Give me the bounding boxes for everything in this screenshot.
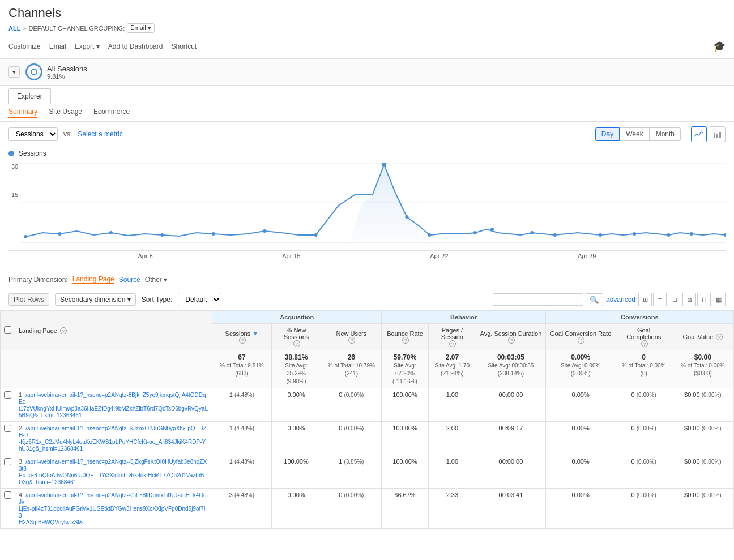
- th-goal-value[interactable]: Goal Value ?: [672, 324, 733, 350]
- svg-point-22: [633, 232, 636, 236]
- vm-grid-icon[interactable]: ⊞: [638, 293, 652, 306]
- add-dashboard-link[interactable]: Add to Dashboard: [108, 42, 163, 50]
- row1-num: 1.: [19, 391, 24, 398]
- row1-checkbox[interactable]: [4, 391, 11, 399]
- select-metric-link[interactable]: Select a metric: [78, 130, 122, 138]
- row4-page-link[interactable]: /april-webinar-email-1?_hsenc=p2ANqtz--G…: [19, 492, 208, 525]
- row3-page-link[interactable]: /april-webinar-email-1?_hsenc=p2ANqtz--5…: [19, 459, 207, 485]
- time-btn-day[interactable]: Day: [595, 127, 620, 141]
- total-goal-val: $0.00 % of Total: 0.00% ($0.00): [672, 350, 733, 388]
- row1-sessions: 1 (4.48%): [212, 388, 272, 422]
- search-button[interactable]: 🔍: [586, 293, 603, 306]
- row1-page-link[interactable]: /april-webinar-email-1?_hsenc=p2ANqtz-8B…: [19, 392, 208, 418]
- th-pct-new-sessions[interactable]: % New Sessions?: [271, 324, 321, 350]
- totals-row: 67 % of Total: 9.81% (683) 38.81% Site A…: [1, 350, 734, 388]
- row1-goal-conv: 0.00%: [545, 388, 616, 422]
- total-goal-comp: 0 % of Total: 0.00% (0): [616, 350, 672, 388]
- row4-pct-new: 0.00%: [271, 489, 321, 529]
- email-channel-badge[interactable]: Email: [127, 23, 155, 33]
- customize-link[interactable]: Customize: [8, 42, 41, 50]
- time-btn-month[interactable]: Month: [650, 127, 681, 141]
- search-input[interactable]: [493, 293, 583, 306]
- plot-rows-button[interactable]: Plot Rows: [8, 293, 49, 306]
- svg-point-15: [405, 215, 408, 219]
- chart-controls: Sessions vs. Select a metric Day Week Mo…: [0, 122, 734, 147]
- explorer-tab[interactable]: Explorer: [8, 88, 51, 104]
- vm-list-icon[interactable]: ≡: [653, 293, 667, 306]
- svg-point-10: [160, 233, 164, 237]
- row3-pct-new: 100.00%: [271, 455, 321, 489]
- row3-goal-comp: 0 (0.00%): [616, 455, 672, 489]
- row2-pct-new: 0.00%: [271, 422, 321, 455]
- chart-area: Sessions 30 15: [0, 147, 734, 271]
- breadcrumb-all[interactable]: ALL: [8, 25, 20, 32]
- svg-point-21: [599, 233, 602, 237]
- th-avg-duration[interactable]: Avg. Session Duration ?: [476, 324, 546, 350]
- advanced-link[interactable]: advanced: [606, 296, 635, 303]
- dim-landing-page[interactable]: Landing Page: [72, 275, 114, 284]
- svg-point-7: [24, 235, 27, 238]
- avg-duration-help[interactable]: ?: [508, 337, 515, 344]
- row2-goal-comp: 0 (0.00%): [616, 422, 672, 455]
- row2-checkbox[interactable]: [4, 425, 11, 432]
- bounce-rate-help[interactable]: ?: [402, 337, 409, 344]
- svg-point-25: [724, 233, 726, 237]
- total-pages-session: 2.07 Site Avg: 1.70(21.94%): [428, 350, 476, 388]
- total-goal-conv: 0.00% Site Avg: 0.00%(0.00%): [545, 350, 616, 388]
- svg-point-19: [530, 231, 534, 234]
- shortcut-link[interactable]: Shortcut: [171, 42, 197, 50]
- segment-toggle[interactable]: ▾: [8, 66, 20, 78]
- vm-flow-icon[interactable]: ▦: [712, 293, 726, 306]
- row2-page-link[interactable]: /april-webinar-email-1?_hsenc=p2ANqtz--k…: [19, 425, 207, 452]
- time-btn-week[interactable]: Week: [620, 127, 649, 141]
- row2-duration: 00:09:17: [476, 422, 546, 455]
- svg-point-13: [314, 233, 318, 237]
- row1-new-users: 0 (0.00%): [321, 388, 382, 422]
- sub-nav-ecommerce[interactable]: Ecommerce: [93, 108, 130, 118]
- th-checkbox: [1, 311, 15, 350]
- breadcrumb-sep: »: [23, 25, 26, 32]
- dim-source[interactable]: Source: [119, 276, 140, 284]
- th-pages-session[interactable]: Pages / Session?: [428, 324, 476, 350]
- x-label-apr22: Apr 22: [430, 253, 448, 259]
- sessions-help[interactable]: ?: [239, 337, 246, 344]
- sub-nav-site-usage[interactable]: Site Usage: [49, 108, 82, 118]
- row3-checkbox[interactable]: [4, 458, 11, 465]
- row4-checkbox[interactable]: [4, 491, 11, 499]
- pct-new-help[interactable]: ?: [293, 340, 300, 347]
- th-sessions[interactable]: Sessions ▼ ?: [212, 324, 272, 350]
- svg-point-18: [490, 228, 494, 231]
- goal-conv-help[interactable]: ?: [578, 337, 584, 344]
- goal-comp-help[interactable]: ?: [641, 340, 648, 347]
- sort-select[interactable]: Default: [178, 293, 221, 306]
- secondary-dim-button[interactable]: Secondary dimension: [55, 293, 136, 306]
- th-goal-conv-rate[interactable]: Goal Conversion Rate ?: [545, 324, 616, 350]
- row4-goal-comp: 0 (0.00%): [616, 489, 672, 529]
- select-all-checkbox[interactable]: [4, 326, 11, 334]
- legend-dot: [8, 151, 14, 156]
- svg-point-9: [109, 231, 113, 234]
- new-users-help[interactable]: ?: [348, 337, 355, 344]
- sub-nav-summary[interactable]: Summary: [8, 108, 37, 118]
- email-link[interactable]: Email: [49, 42, 66, 50]
- th-new-users[interactable]: New Users?: [321, 324, 382, 350]
- dim-other-dropdown[interactable]: Other ▾: [145, 276, 167, 284]
- vm-scatter-icon[interactable]: ⁞⁞: [697, 293, 711, 306]
- metric-select[interactable]: Sessions: [8, 127, 58, 141]
- export-dropdown[interactable]: Export: [75, 42, 100, 50]
- goal-value-help[interactable]: ?: [716, 334, 723, 340]
- landing-page-help[interactable]: ?: [60, 327, 67, 334]
- pages-session-help[interactable]: ?: [449, 340, 456, 347]
- bar-chart-icon[interactable]: [710, 126, 726, 142]
- vm-compare-icon[interactable]: ⊠: [682, 293, 696, 306]
- table-row: 2. /april-webinar-email-1?_hsenc=p2ANqtz…: [1, 422, 734, 455]
- vm-pivot-icon[interactable]: ⊟: [668, 293, 681, 306]
- th-bounce-rate[interactable]: Bounce Rate?: [382, 324, 428, 350]
- svg-rect-2: [719, 132, 721, 138]
- th-goal-completions[interactable]: Goal Completions?: [616, 324, 672, 350]
- table-row: 3. /april-webinar-email-1?_hsenc=p2ANqtz…: [1, 455, 734, 489]
- data-table-wrapper: Landing Page ? Acquisition Behavior Conv…: [0, 310, 734, 529]
- segment-name: All Sessions: [47, 65, 87, 73]
- line-chart-icon[interactable]: ​: [691, 126, 707, 142]
- row2-sessions: 1 (4.48%): [212, 422, 272, 455]
